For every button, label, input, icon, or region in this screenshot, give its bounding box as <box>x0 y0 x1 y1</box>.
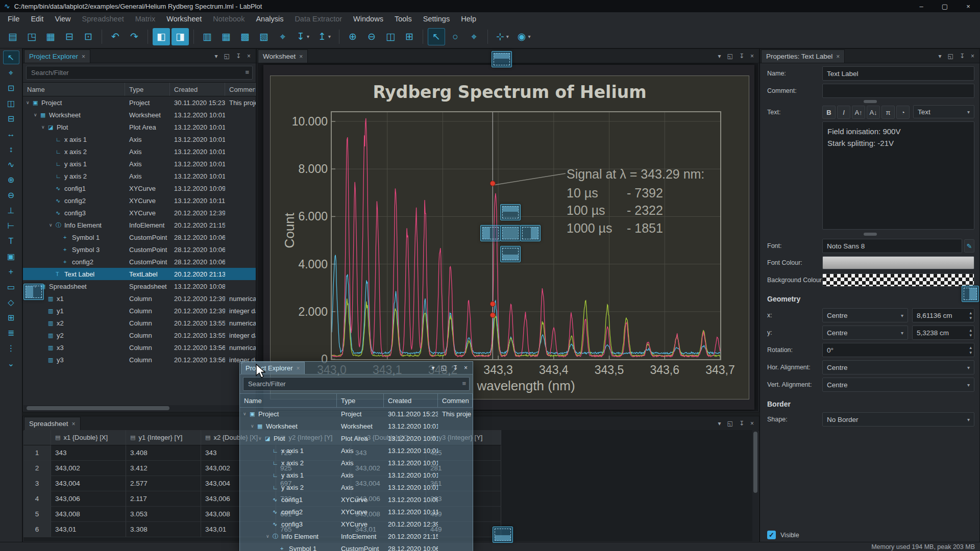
dock-float-icon[interactable]: ◱ <box>727 53 733 60</box>
new-workbook-button[interactable]: ▥ <box>199 28 216 45</box>
tree-row-text-label[interactable]: TText LabelTextLabel20.12.2020 21:13 <box>23 268 256 280</box>
symbols-button[interactable]: π <box>881 106 895 119</box>
cell[interactable]: 343,004 <box>51 476 126 491</box>
float-tree-row-y-axis-1[interactable]: ∟y axis 1Axis13.12.2020 10:01 <box>240 469 473 481</box>
shift-y-tool[interactable]: ↕ <box>3 142 19 156</box>
cell[interactable]: 3.412 <box>126 461 201 476</box>
dock-indicator-center-right[interactable] <box>520 225 541 241</box>
dock-indicator-left[interactable] <box>23 284 44 300</box>
tree-column-header[interactable]: NameTypeCreatedCommen <box>23 82 256 96</box>
dragged-project-explorer-window[interactable]: Project Explorer × ▾◱↧× ≡ NameTypeCreate… <box>239 361 473 551</box>
text-content-editor[interactable]: Field ionisation: 900V Stark splitting: … <box>822 121 974 230</box>
menu-settings[interactable]: Settings <box>418 12 455 25</box>
save-project-button[interactable]: ▦ <box>42 28 59 45</box>
menu-edit[interactable]: Edit <box>25 12 49 25</box>
cell[interactable]: 2.577 <box>126 476 201 491</box>
dock-float-icon[interactable]: ◱ <box>441 364 447 371</box>
float-tree-row-worksheet[interactable]: ∨▦WorksheetWorksheet13.12.2020 10:01 <box>240 420 473 432</box>
float-tree-row-x-axis-2[interactable]: ∟x axis 2Axis13.12.2020 10:01 <box>240 457 473 469</box>
splitter-handle[interactable] <box>864 233 877 236</box>
tree-row-y1[interactable]: ▥y1Column20.12.2020 12:39integer da <box>23 305 256 317</box>
ellipse-tool[interactable]: ◇ <box>3 295 19 309</box>
x-position-combo[interactable]: Centre ▾ <box>822 308 908 322</box>
filter-icon[interactable]: ≡ <box>245 68 249 76</box>
zoom-mode-combo[interactable]: ◉▾ <box>514 28 534 45</box>
dock-close-icon[interactable]: × <box>971 53 974 60</box>
tree-row-x2[interactable]: ▥x2Column20.12.2020 13:55numerical <box>23 317 256 329</box>
spin-arrows-icon[interactable]: ▴▾ <box>969 345 972 355</box>
curve-config2[interactable] <box>332 255 720 354</box>
expander-icon[interactable]: ∨ <box>243 411 250 416</box>
shift-x-tool[interactable]: ↔ <box>3 127 19 141</box>
column-header-y1-integer-y-[interactable]: ▤y1 {Integer} [Y] <box>126 430 201 445</box>
float-tree-row-config1[interactable]: ∿config1XYCurve13.12.2020 10:09 <box>240 493 473 506</box>
menu-notebook[interactable]: Notebook <box>207 12 250 25</box>
menu-tools[interactable]: Tools <box>389 12 418 25</box>
grid-tool[interactable]: ⊞ <box>3 311 19 324</box>
select-tool[interactable]: ↖ <box>3 51 19 64</box>
zoom-out-tool[interactable]: ⊖ <box>3 188 19 202</box>
tree-row-y-axis-1[interactable]: ∟y axis 1Axis13.12.2020 10:01 <box>23 158 256 170</box>
vertical-ref-tool[interactable]: ⊥ <box>3 204 19 217</box>
tree-row-symbol-1[interactable]: +Symbol 1CustomPoint28.12.2020 10:06 <box>23 231 256 243</box>
expander-icon[interactable]: ∨ <box>49 222 56 228</box>
menu-windows[interactable]: Windows <box>348 12 389 25</box>
select-mode-button[interactable]: ↖ <box>428 28 445 45</box>
tab-project-explorer[interactable]: Project Explorer × <box>24 49 90 63</box>
navigate-mode-button[interactable]: ⌖ <box>465 28 483 45</box>
float-tree-row-info-element[interactable]: ∨ⓘInfo ElementInfoElement20.12.2020 21:1… <box>240 530 473 542</box>
search-input[interactable] <box>26 66 253 80</box>
toggle-properties-button[interactable]: ◨ <box>172 28 189 45</box>
expander-icon[interactable]: ∨ <box>34 112 40 117</box>
marker-point[interactable] <box>490 302 495 307</box>
cell[interactable]: 3.408 <box>126 445 201 461</box>
dock-float-icon[interactable]: ◱ <box>224 53 230 60</box>
dock-close-icon[interactable]: × <box>750 420 754 427</box>
scrollbar-thumb[interactable] <box>27 406 169 410</box>
tree-row-project[interactable]: ∨▣ProjectProject30.11.2020 15:23This pro… <box>23 96 256 109</box>
dock-pin-icon[interactable]: ↧ <box>739 420 744 427</box>
new-datapicker-button[interactable]: ⌖ <box>274 28 291 45</box>
dock-pin-icon[interactable]: ↧ <box>960 53 965 60</box>
dock-indicator-bottom[interactable] <box>493 527 513 543</box>
curve-tool[interactable]: ∿ <box>3 158 19 171</box>
dock-pin-icon[interactable]: ↧ <box>453 364 458 371</box>
expander-icon[interactable]: ∨ <box>251 423 257 429</box>
image-tool[interactable]: ▣ <box>3 249 19 263</box>
tab-close-icon[interactable]: × <box>299 53 303 60</box>
cell[interactable]: 343,002 <box>51 461 126 476</box>
menu-file[interactable]: File <box>2 12 25 25</box>
custom-point-tool[interactable]: + <box>3 265 19 279</box>
menu-worksheet[interactable]: Worksheet <box>161 12 207 25</box>
tab-spreadsheet[interactable]: Spreadsheet × <box>24 417 81 430</box>
datetime-button[interactable]: ◔ <box>896 106 910 119</box>
vertical-scrollbar[interactable] <box>752 430 758 541</box>
search-input[interactable] <box>243 377 470 391</box>
tree-row-x-axis-1[interactable]: ∟x axis 1Axis13.12.2020 10:01 <box>23 133 256 145</box>
horizontal-scrollbar[interactable] <box>23 405 255 411</box>
border-shape-combo[interactable]: No Border ▾ <box>822 412 974 427</box>
cell[interactable]: 343,006 <box>51 491 126 507</box>
scrollbar-thumb[interactable] <box>753 432 757 493</box>
cell[interactable]: 343,008 <box>51 507 126 522</box>
export-button[interactable]: ↥▾ <box>314 28 334 45</box>
tab-close-icon[interactable]: × <box>836 53 840 60</box>
zoom-fit-button[interactable]: ◫ <box>382 28 399 45</box>
cell[interactable]: 3.053 <box>126 507 201 522</box>
rotation-spinner[interactable]: 0° ▴▾ <box>822 343 974 357</box>
tab-close-icon[interactable]: × <box>82 53 85 60</box>
float-tree-row-plot[interactable]: ∨◪PlotPlot Area13.12.2020 10:01 <box>240 432 473 444</box>
zoom-in-tool[interactable]: ⊕ <box>3 173 19 187</box>
dock-menu-icon[interactable]: ▾ <box>718 420 721 427</box>
filter-icon[interactable]: ≡ <box>462 380 466 387</box>
font-colour-swatch[interactable] <box>822 256 974 269</box>
tree-row-config2[interactable]: ∿config2XYCurve13.12.2020 10:11 <box>23 194 256 207</box>
undo-button[interactable]: ↶ <box>107 28 124 45</box>
tab-properties[interactable]: Properties: Text Label × <box>761 49 845 63</box>
cell[interactable]: 3.308 <box>126 522 201 537</box>
rectangle-tool[interactable]: ▭ <box>3 280 19 294</box>
dock-indicator-center[interactable] <box>500 225 521 241</box>
import-button[interactable]: ↧▾ <box>293 28 313 45</box>
dock-menu-icon[interactable]: ▾ <box>718 53 721 60</box>
open-project-button[interactable]: ◳ <box>23 28 40 45</box>
